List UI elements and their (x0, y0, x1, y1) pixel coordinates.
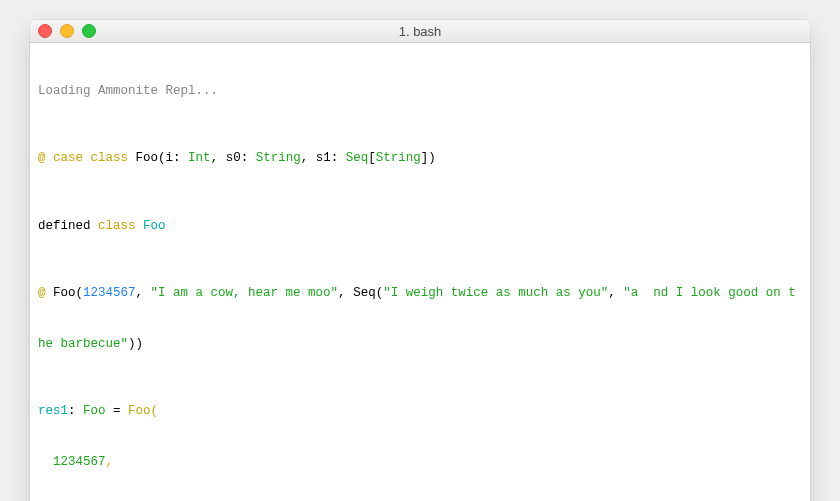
frag: , (136, 286, 151, 300)
type-string: String (256, 151, 301, 165)
input-line: @ Foo(1234567, "I am a cow, hear me moo"… (38, 285, 802, 302)
frag: , (338, 286, 353, 300)
output-line: 1234567, (38, 454, 802, 471)
kw-class: class (98, 219, 136, 233)
type-foo: Foo (53, 286, 76, 300)
frag: (i: (158, 151, 188, 165)
window-title: 1. bash (30, 24, 810, 39)
kw-class: class (91, 151, 129, 165)
type-string: String (376, 151, 421, 165)
var-res1: res1 (38, 404, 68, 418)
prompt-icon: @ (38, 286, 53, 300)
frag: ) (136, 337, 144, 351)
input-line-cont: he barbecue")) (38, 336, 802, 353)
terminal-window: 1. bash Loading Ammonite Repl... @ case … (30, 20, 810, 501)
frag: [ (368, 151, 376, 165)
number: 1234567 (83, 286, 136, 300)
frag: ( (76, 286, 84, 300)
type-foo: Foo (143, 219, 166, 233)
number: 1234567 (53, 455, 106, 469)
frag: , (106, 455, 114, 469)
type-foo: Foo (136, 151, 159, 165)
kw-defined: defined (38, 219, 98, 233)
type-foo: Foo (83, 404, 106, 418)
title-bar: 1. bash (30, 20, 810, 43)
frag: ) (428, 151, 436, 165)
input-line: @ case class Foo(i: Int, s0: String, s1:… (38, 150, 802, 167)
frag: , s0: (211, 151, 256, 165)
output-line: res1: Foo = Foo( (38, 403, 802, 420)
terminal-body[interactable]: Loading Ammonite Repl... @ case class Fo… (30, 43, 810, 501)
type-seq: Seq (353, 286, 376, 300)
frag: ( (151, 404, 159, 418)
frag: , (608, 286, 623, 300)
prompt-icon: @ (38, 151, 53, 165)
string: "I weigh twice as much as you" (383, 286, 608, 300)
frag: ) (128, 337, 136, 351)
string: "a nd I look good on t (623, 286, 796, 300)
string: "I am a cow, hear me moo" (151, 286, 339, 300)
output-line: defined class Foo (38, 218, 802, 235)
type-foo: Foo (128, 404, 151, 418)
loading-text: Loading Ammonite Repl... (38, 83, 802, 100)
frag: = (106, 404, 129, 418)
kw-case: case (53, 151, 83, 165)
frag: : (68, 404, 83, 418)
type-seq: Seq (346, 151, 369, 165)
type-int: Int (188, 151, 211, 165)
string: he barbecue" (38, 337, 128, 351)
frag: , s1: (301, 151, 346, 165)
